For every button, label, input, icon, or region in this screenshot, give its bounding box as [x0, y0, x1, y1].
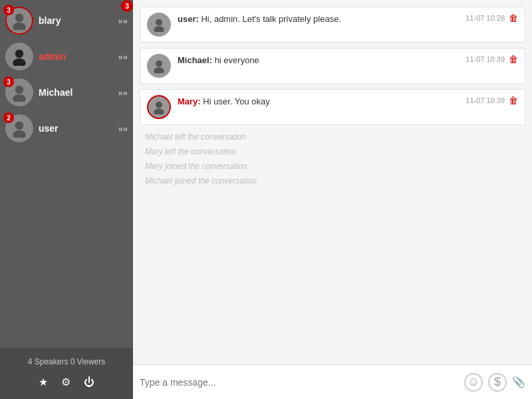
- delete-message-button[interactable]: 🗑: [509, 13, 518, 23]
- message-row: Mary: Hi user. You okay11-07 10:39🗑: [140, 89, 525, 125]
- svg-point-10: [156, 61, 162, 67]
- svg-point-1: [13, 23, 26, 30]
- message-text: Michael: hi everyone: [178, 55, 259, 65]
- system-message: Michael left the conversation: [140, 130, 525, 144]
- chevron-double-icon: »»: [118, 124, 128, 134]
- star-button[interactable]: ★: [37, 374, 49, 390]
- message-sender: Michael:: [178, 55, 212, 65]
- svg-point-3: [13, 59, 26, 66]
- message-content: Mary: Hi user. You okay: [178, 95, 466, 107]
- settings-button[interactable]: ⚙: [60, 374, 72, 390]
- main-chat: user: Hi, admin. Let's talk privately pl…: [133, 0, 532, 399]
- avatar-wrap: 2: [5, 114, 33, 142]
- user-name: Michael: [39, 87, 118, 98]
- avatar-wrap: 3: [5, 78, 33, 106]
- message-time: 11-07 10:39: [466, 55, 505, 63]
- sidebar-user-blary[interactable]: 3 blary»»: [0, 3, 133, 39]
- sidebar: 3 3 blary»» admin»»3 Michael»»2 user»» 4…: [0, 0, 133, 399]
- user-name: admin: [39, 51, 118, 62]
- system-message: Michael joined the conversation: [140, 174, 525, 188]
- svg-point-12: [156, 102, 162, 108]
- avatar-wrap: 3: [5, 7, 33, 35]
- svg-point-7: [13, 130, 26, 138]
- avatar: [5, 43, 33, 70]
- message-avatar: [147, 54, 171, 78]
- message-text: user: Hi, admin. Let's talk privately pl…: [178, 14, 341, 24]
- svg-point-2: [15, 50, 24, 59]
- svg-point-11: [154, 67, 164, 73]
- user-badge: 3: [3, 76, 14, 87]
- input-icons: ☺ $ 📎: [464, 373, 525, 392]
- sidebar-actions: ★ ⚙ ⏻: [0, 370, 133, 394]
- message-content: Michael: hi everyone: [178, 54, 466, 66]
- delete-message-button[interactable]: 🗑: [509, 54, 518, 65]
- messages-area: user: Hi, admin. Let's talk privately pl…: [133, 0, 532, 364]
- chevron-double-icon: »»: [118, 52, 128, 62]
- sidebar-footer: 4 Speakers 0 Viewers ★ ⚙ ⏻: [0, 348, 133, 399]
- message-time: 11-07 10:39: [466, 96, 505, 104]
- svg-point-5: [13, 94, 26, 102]
- svg-point-6: [15, 122, 24, 130]
- message-meta: 11-07 10:28🗑: [466, 13, 518, 23]
- delete-message-button[interactable]: 🗑: [509, 95, 518, 106]
- user-badge: 3: [3, 5, 14, 15]
- sidebar-top-badge: 3: [121, 0, 133, 12]
- message-content: user: Hi, admin. Let's talk privately pl…: [178, 13, 466, 25]
- message-text: Mary: Hi user. You okay: [178, 96, 270, 106]
- message-meta: 11-07 10:39🗑: [466, 54, 518, 65]
- user-name: blary: [39, 15, 118, 26]
- message-sender: user:: [178, 14, 199, 24]
- sidebar-stats: 4 Speakers 0 Viewers: [0, 353, 133, 370]
- system-message: Mary joined the conversation: [140, 160, 525, 173]
- user-badge: 2: [3, 112, 14, 123]
- emoji-button[interactable]: ☺: [464, 373, 483, 392]
- message-sender: Mary:: [178, 96, 201, 106]
- svg-point-4: [15, 86, 24, 94]
- power-button[interactable]: ⏻: [82, 374, 96, 390]
- svg-point-13: [154, 108, 164, 114]
- sidebar-user-admin[interactable]: admin»»: [0, 39, 133, 74]
- message-input[interactable]: [140, 377, 459, 388]
- chevron-double-icon: »»: [118, 16, 128, 26]
- message-meta: 11-07 10:39🗑: [466, 95, 518, 106]
- message-avatar: [147, 95, 171, 119]
- user-list: 3 blary»» admin»»3 Michael»»2 user»»: [0, 0, 133, 348]
- attachment-button[interactable]: 📎: [512, 376, 525, 388]
- svg-point-0: [15, 14, 24, 23]
- sidebar-user-user[interactable]: 2 user»»: [0, 110, 133, 146]
- chevron-double-icon: »»: [118, 88, 128, 98]
- system-message: Mary left the conversation: [140, 145, 525, 158]
- user-name: user: [39, 123, 118, 134]
- svg-point-9: [154, 26, 164, 32]
- sidebar-user-Michael[interactable]: 3 Michael»»: [0, 74, 133, 110]
- message-row: user: Hi, admin. Let's talk privately pl…: [140, 7, 525, 43]
- input-area: ☺ $ 📎: [133, 364, 532, 399]
- message-row: Michael: hi everyone11-07 10:39🗑: [140, 48, 525, 84]
- dollar-button[interactable]: $: [488, 373, 507, 392]
- message-avatar: [147, 13, 171, 37]
- avatar-wrap: [5, 43, 33, 70]
- svg-point-8: [156, 19, 162, 26]
- message-time: 11-07 10:28: [466, 14, 505, 22]
